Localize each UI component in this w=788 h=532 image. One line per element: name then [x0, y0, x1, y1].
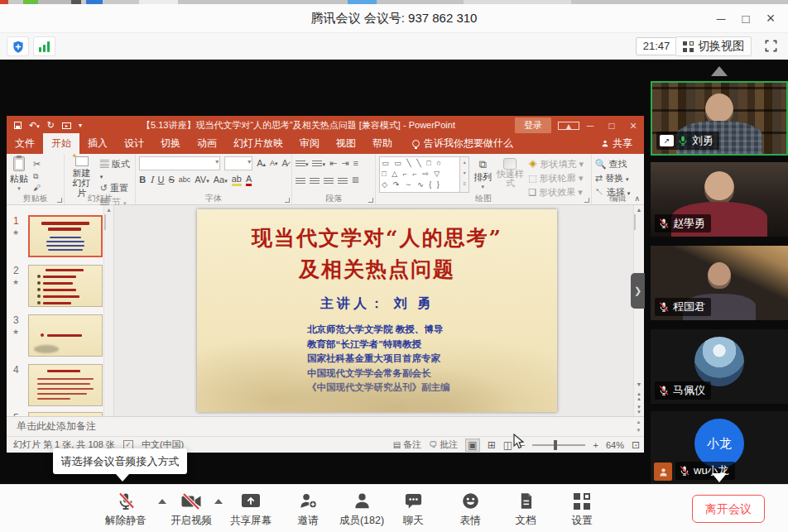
tab-review[interactable]: 审阅	[291, 133, 328, 154]
tab-insert[interactable]: 插入	[79, 133, 116, 154]
previous-slide-button[interactable]: ▲▲	[634, 390, 644, 403]
text-shadow-icon[interactable]: abc	[179, 175, 191, 184]
collapse-sidebar-handle[interactable]: ❯	[631, 273, 645, 309]
shapes-scrollbar[interactable]: ▴▾≡	[460, 156, 469, 193]
scroll-up-icon[interactable]	[711, 66, 728, 76]
reading-view-button[interactable]: ◫	[503, 439, 512, 451]
justify-icon[interactable]	[338, 176, 348, 184]
maximize-button[interactable]: □	[733, 12, 758, 26]
tab-help[interactable]: 帮助	[364, 133, 401, 154]
minimize-button[interactable]: ─	[709, 12, 733, 26]
char-spacing-icon[interactable]: AV▾	[195, 175, 209, 185]
font-name-combobox[interactable]	[139, 156, 220, 170]
ppt-login-button[interactable]: 登录	[515, 117, 551, 133]
notes-scrollbar[interactable]: ▲▼	[633, 418, 644, 434]
slide-canvas[interactable]: 现当代文学对“人的思考” 及相关热点问题 主讲人： 刘 勇 北京师范大学文学院 …	[197, 209, 557, 412]
network-status-button[interactable]	[33, 36, 55, 56]
bold-icon[interactable]: B	[139, 175, 146, 185]
settings-button[interactable]: 设置	[553, 491, 611, 528]
paste-button[interactable]: 粘贴▾	[10, 156, 28, 192]
ppt-share-button[interactable]: 共享	[589, 133, 644, 154]
numbering-icon[interactable]: ▾	[312, 158, 325, 168]
font-size-combobox[interactable]	[224, 156, 252, 170]
redo-icon[interactable]: ↻	[47, 120, 55, 131]
participant-tile-mapeiyi[interactable]: 马佩仪	[651, 329, 788, 404]
paragraph-dialog-launcher[interactable]	[368, 198, 373, 203]
strikethrough-icon[interactable]: S	[168, 175, 174, 185]
cut-icon[interactable]: ✂	[33, 159, 41, 170]
thumbnails-scrollbar[interactable]: ▲	[103, 205, 113, 416]
slide-sorter-view-button[interactable]: ⊞	[488, 439, 496, 451]
scroll-down-icon[interactable]	[712, 473, 727, 482]
notes-toggle[interactable]: ▤ 备注	[393, 439, 422, 451]
italic-icon[interactable]: I	[150, 175, 153, 185]
tab-animations[interactable]: 动画	[189, 133, 225, 154]
slide-scrollbar[interactable]: ▲ ▼ ▲▲ ▼▼	[633, 205, 644, 416]
change-case-icon[interactable]: Aa▾	[214, 175, 228, 185]
tab-design[interactable]: 设计	[116, 133, 152, 154]
layout-button[interactable]: ▤ 版式 ▾	[100, 158, 132, 180]
font-color-icon[interactable]: A	[246, 174, 252, 186]
tab-transitions[interactable]: 切换	[152, 133, 189, 154]
format-painter-icon[interactable]: 🖌	[33, 184, 41, 192]
shape-fill-button[interactable]: ◈ 形状填充 ▾	[528, 158, 584, 170]
security-button[interactable]	[7, 36, 29, 56]
slideshow-icon[interactable]: ▸	[62, 122, 71, 129]
share-screen-button[interactable]: 共享屏幕	[222, 491, 280, 528]
leave-meeting-button[interactable]: 离开会议	[692, 495, 765, 523]
emoji-button[interactable]: 表情	[441, 491, 499, 528]
font-dialog-launcher[interactable]	[285, 198, 290, 203]
grow-font-icon[interactable]: A▴	[257, 158, 266, 168]
chat-button[interactable]: 聊天	[384, 491, 442, 528]
ppt-close-button[interactable]: ×	[622, 119, 644, 132]
fullscreen-button[interactable]	[764, 39, 778, 56]
scrollbar-thumb[interactable]	[634, 214, 636, 230]
unmute-button[interactable]: 解除静音	[97, 491, 155, 528]
increase-indent-icon[interactable]: ⇥	[341, 158, 348, 169]
align-left-icon[interactable]	[296, 176, 305, 184]
tell-me-box[interactable]: 告诉我你想要做什么	[412, 137, 513, 154]
tab-view[interactable]: 视图	[328, 133, 364, 154]
close-button[interactable]: ×	[758, 10, 783, 27]
zoom-in-button[interactable]: +	[593, 440, 598, 450]
ribbon-display-options-icon[interactable]: ▴	[558, 122, 579, 130]
line-spacing-icon[interactable]: ≡	[353, 158, 358, 168]
align-right-icon[interactable]	[324, 176, 334, 184]
underline-icon[interactable]: U	[158, 175, 165, 185]
zoom-slider-thumb[interactable]	[554, 440, 557, 450]
normal-view-button[interactable]: ▣	[465, 439, 479, 452]
docs-button[interactable]: 文档	[497, 491, 555, 528]
shapes-gallery[interactable]: ▭ ▭ ╲ ╲ □ ○□ △ ⌐ ⌐ ⇨ ▽◇ ↷ ～ ∿ { }	[379, 156, 460, 193]
find-button[interactable]: 🔍 查找	[595, 158, 641, 170]
replace-button[interactable]: ⇄ 替换 ▾	[595, 172, 641, 185]
align-center-icon[interactable]	[310, 176, 320, 184]
invite-button[interactable]: 邀请	[279, 491, 337, 528]
clear-formatting-icon[interactable]: A̷	[282, 158, 288, 168]
scrollbar-thumb[interactable]	[104, 214, 106, 230]
bullets-icon[interactable]: ▾	[296, 158, 309, 168]
clipboard-dialog-launcher[interactable]	[57, 198, 62, 203]
participant-tile-liuyong[interactable]: ↗ 刘勇	[651, 81, 788, 156]
participant-tile-chengguojun[interactable]: 程国君	[651, 246, 788, 320]
next-slide-button[interactable]: ▼▼	[634, 403, 644, 416]
copy-icon[interactable]: ⧉	[33, 172, 41, 181]
save-icon[interactable]	[14, 122, 22, 129]
notes-pane[interactable]: 单击此处添加备注 ▲▼	[7, 416, 644, 436]
tab-slideshow[interactable]: 幻灯片放映	[225, 133, 291, 154]
fit-to-window-icon[interactable]: ⊡	[632, 439, 640, 451]
ppt-maximize-button[interactable]: □	[601, 120, 622, 132]
tab-home[interactable]: 开始	[43, 133, 79, 154]
drawing-dialog-launcher[interactable]	[584, 198, 589, 203]
members-button[interactable]: 成员(182)	[333, 491, 391, 528]
switch-view-button[interactable]: 切换视图	[675, 36, 752, 56]
shrink-font-icon[interactable]: A▾	[270, 159, 278, 167]
collapse-ribbon-icon[interactable]: ∧	[634, 194, 640, 203]
tab-file[interactable]: 文件	[7, 133, 43, 154]
shape-outline-button[interactable]: ⬚ 形状轮廓 ▾	[528, 172, 584, 185]
zoom-slider[interactable]	[532, 444, 585, 446]
ppt-minimize-button[interactable]: ─	[579, 120, 601, 132]
comments-toggle[interactable]: 🗨 批注	[429, 439, 458, 451]
decrease-indent-icon[interactable]: ⇤	[329, 158, 337, 169]
start-video-button[interactable]: 开启视频	[162, 491, 220, 528]
undo-icon[interactable]: ↶▾	[29, 120, 40, 131]
